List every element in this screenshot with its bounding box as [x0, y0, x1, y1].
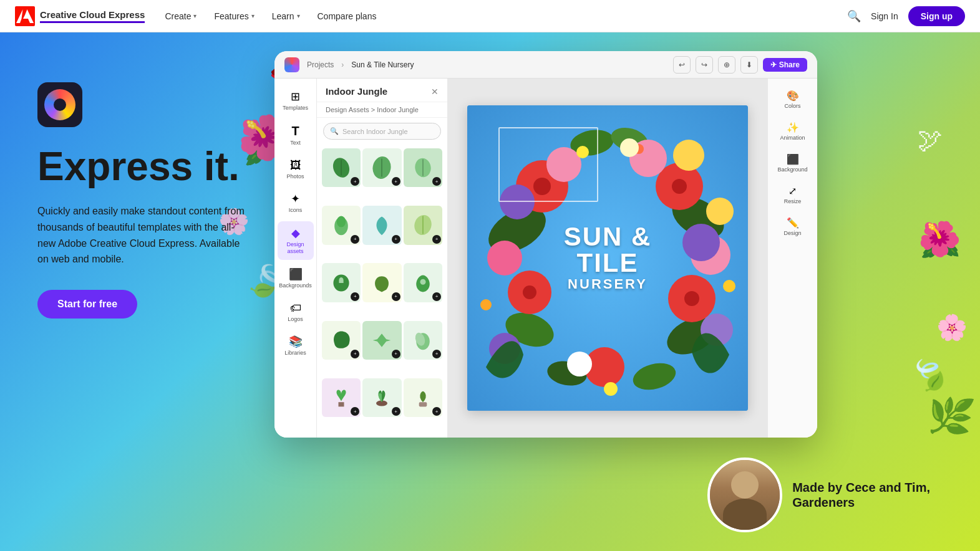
svg-point-46: [604, 382, 618, 396]
asset-add-icon-15[interactable]: +: [432, 407, 441, 416]
svg-point-47: [567, 352, 592, 376]
resize-icon: ⤢: [788, 185, 797, 197]
user-card: Made by Cece and Tim, Gardeners: [707, 458, 930, 532]
share-icon: ✈: [770, 60, 777, 69]
asset-add-icon[interactable]: +: [351, 177, 359, 186]
asset-thumb-9[interactable]: +: [404, 263, 442, 302]
sidebar-item-templates[interactable]: ⊞ Templates: [278, 85, 314, 117]
asset-thumb-14[interactable]: +: [362, 378, 401, 417]
logo-area: Creative Cloud Express: [15, 6, 145, 26]
sidebar-item-backgrounds[interactable]: ⬛ Backgrounds: [278, 262, 314, 294]
asset-add-icon-13[interactable]: +: [351, 407, 359, 416]
design-icon: ✏️: [787, 217, 799, 229]
asset-add-icon-3[interactable]: +: [432, 177, 441, 186]
decorative-flower-right-2: 🌸: [936, 313, 968, 342]
asset-thumb-15[interactable]: +: [404, 378, 442, 417]
redo-button[interactable]: ↪: [696, 56, 713, 74]
colors-icon: 🎨: [787, 90, 799, 102]
asset-add-icon-4[interactable]: +: [351, 235, 359, 244]
canvas-main-title: SUN & TILE: [538, 224, 678, 276]
asset-add-icon-11[interactable]: +: [392, 350, 400, 358]
avatar-body: [723, 499, 767, 530]
share-button[interactable]: ✈ Share: [763, 58, 807, 72]
svg-point-35: [487, 241, 522, 276]
asset-add-icon-14[interactable]: +: [392, 407, 400, 416]
panel-search-bar[interactable]: 🔍 Search Indoor Jungle: [323, 123, 441, 140]
cc-icon-small: [284, 57, 299, 72]
chevron-down-icon: ▾: [297, 12, 300, 19]
asset-add-icon-9[interactable]: +: [432, 292, 441, 301]
asset-thumb-3[interactable]: +: [404, 148, 442, 187]
cc-app-icon: [37, 82, 82, 127]
templates-icon: ⊞: [291, 90, 300, 103]
undo-button[interactable]: ↩: [673, 56, 691, 74]
asset-thumb-5[interactable]: +: [362, 206, 401, 244]
hero-section: 🌺 🌸 🍃 Express it. Quickly and easily mak…: [0, 32, 980, 551]
asset-add-icon-2[interactable]: +: [392, 177, 400, 186]
asset-add-icon-12[interactable]: +: [432, 350, 441, 358]
asset-thumb-4[interactable]: +: [322, 206, 361, 244]
decorative-leaf-right-2: 🌿: [923, 390, 977, 442]
hero-body-text: Quickly and easily make standout content…: [37, 203, 250, 267]
right-tool-design[interactable]: ✏️ Design: [771, 212, 815, 241]
asset-thumb-10[interactable]: +: [322, 321, 361, 360]
sign-in-button[interactable]: Sign In: [871, 11, 898, 21]
asset-thumb-12[interactable]: +: [404, 321, 442, 360]
hero-content: Express it. Quickly and easily make stan…: [37, 82, 274, 319]
nav-link-compare[interactable]: Compare plans: [318, 11, 377, 21]
right-tool-colors[interactable]: 🎨 Colors: [771, 85, 815, 114]
navigation: Creative Cloud Express Create ▾ Features…: [0, 0, 980, 32]
asset-add-icon-8[interactable]: +: [392, 292, 400, 301]
canvas-area: SUN & TILE NURSERY: [448, 79, 767, 438]
asset-add-icon-10[interactable]: +: [351, 350, 359, 358]
assets-panel: Indoor Jungle ✕ Design Assets > Indoor J…: [317, 79, 448, 438]
avatar-head: [731, 471, 759, 499]
asset-thumb-2[interactable]: +: [362, 148, 401, 187]
asset-thumb-7[interactable]: +: [322, 263, 361, 302]
svg-point-50: [672, 179, 687, 194]
user-avatar-image: [710, 460, 780, 530]
svg-point-45: [480, 299, 492, 310]
sign-up-button[interactable]: Sign up: [908, 6, 965, 26]
sidebar-item-text[interactable]: T Text: [278, 119, 314, 151]
asset-thumb-11[interactable]: +: [362, 321, 401, 360]
cta-button[interactable]: Start for free: [37, 290, 137, 319]
sidebar-item-logos[interactable]: 🏷 Logos: [278, 297, 314, 328]
nav-link-create[interactable]: Create ▾: [165, 11, 196, 21]
sidebar-item-design-assets[interactable]: ◆ Design assets: [278, 221, 314, 260]
canvas-selection-box: [498, 127, 598, 202]
right-tool-animation[interactable]: ✨ Animation: [771, 117, 815, 146]
sidebar-item-photos[interactable]: 🖼 Photos: [278, 154, 314, 185]
nav-link-features[interactable]: Features ▾: [214, 11, 254, 21]
brand-name[interactable]: Creative Cloud Express: [40, 9, 145, 23]
svg-point-52: [684, 291, 699, 306]
search-placeholder-text: Search Indoor Jungle: [342, 128, 408, 135]
right-tool-background[interactable]: ⬛ Background: [771, 148, 815, 178]
svg-rect-18: [419, 402, 427, 406]
panel-close-button[interactable]: ✕: [431, 87, 439, 97]
sidebar-item-libraries[interactable]: 📚 Libraries: [278, 330, 314, 362]
background-icon: ⬛: [787, 153, 799, 165]
decorative-leaf-right-1: 🍃: [904, 349, 956, 400]
asset-thumb-8[interactable]: +: [362, 263, 401, 302]
asset-add-icon-5[interactable]: +: [392, 235, 400, 244]
sidebar-item-icons[interactable]: ✦ Icons: [278, 187, 314, 219]
right-tool-resize[interactable]: ⤢ Resize: [771, 180, 815, 209]
nav-link-learn[interactable]: Learn ▾: [272, 11, 300, 21]
nav-links: Create ▾ Features ▾ Learn ▾ Compare plan…: [165, 11, 847, 21]
asset-thumb-13[interactable]: +: [322, 378, 361, 417]
asset-thumb-1[interactable]: +: [322, 148, 361, 187]
asset-add-icon-6[interactable]: +: [432, 235, 441, 244]
asset-add-icon-7[interactable]: +: [351, 292, 359, 301]
zoom-button[interactable]: ⊕: [718, 56, 735, 74]
icons-icon: ✦: [291, 192, 300, 206]
chevron-down-icon: ▾: [251, 12, 255, 19]
nav-actions: 🔍 Sign In Sign up: [847, 6, 965, 26]
breadcrumb-home: Projects: [307, 60, 334, 69]
download-button[interactable]: ⬇: [740, 56, 758, 74]
user-avatar: [707, 458, 782, 532]
asset-thumb-6[interactable]: +: [404, 206, 442, 244]
search-button[interactable]: 🔍: [847, 9, 861, 23]
adobe-logo-icon: [15, 6, 35, 26]
canvas-text-overlay: SUN & TILE NURSERY: [538, 224, 678, 292]
